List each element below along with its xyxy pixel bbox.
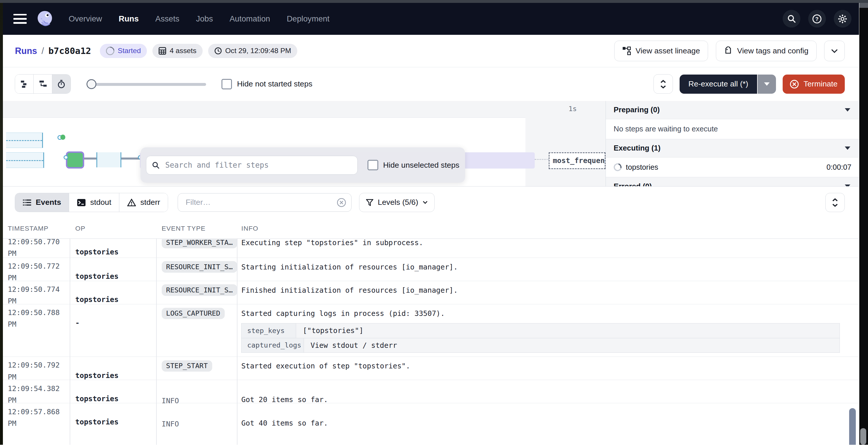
gantt-future-region <box>525 117 606 186</box>
nav-item-deployment[interactable]: Deployment <box>287 14 330 24</box>
nav-item-runs[interactable]: Runs <box>119 14 139 24</box>
gantt-step-not-started[interactable] <box>6 133 43 148</box>
chevron-down-icon <box>831 49 838 53</box>
status-spinner-icon <box>104 45 116 57</box>
log-scroll-buttons[interactable] <box>825 193 845 212</box>
col-timestamp: TIMESTAMP <box>3 225 70 232</box>
grid-icon <box>158 47 166 55</box>
dagster-logo-icon[interactable] <box>35 9 54 28</box>
run-id: b7c80a12 <box>49 46 91 56</box>
nav-item-assets[interactable]: Assets <box>155 14 179 24</box>
warning-icon <box>127 199 136 207</box>
run-header-actions: View asset lineage View tags and config <box>614 41 845 61</box>
svg-text:?: ? <box>815 16 819 22</box>
view-asset-lineage-button[interactable]: View asset lineage <box>614 41 708 61</box>
view-mode-waterfall-button[interactable] <box>34 74 52 93</box>
event-type-label: INFO <box>162 420 179 428</box>
header-more-actions-button[interactable] <box>824 41 845 61</box>
gantt-toolbar: Hide not started steps Re-execute all (*… <box>3 67 859 101</box>
gear-icon[interactable] <box>834 10 851 28</box>
step-search-input[interactable] <box>164 160 357 170</box>
nav-item-jobs[interactable]: Jobs <box>196 14 213 24</box>
funnel-icon <box>366 199 373 206</box>
scrollbar-thumb[interactable] <box>860 428 866 445</box>
caret-down-icon <box>845 108 850 111</box>
gantt-step-marker[interactable] <box>96 152 121 167</box>
gantt-step-topstories[interactable] <box>66 151 84 169</box>
reexecute-dropdown-button[interactable] <box>758 74 776 94</box>
window-top-edge <box>0 0 868 3</box>
events-table: TIMESTAMP OP EVENT TYPE INFO 12:09:50.77… <box>3 218 859 445</box>
window-scrollbar-track <box>859 0 868 445</box>
run-header: Runs / b7c80a12 Started 4 assets Oct 29,… <box>3 35 859 67</box>
terminal-icon <box>77 199 86 207</box>
event-row: 12:09:50.772PM topstories RESOURCE_INIT_… <box>3 258 859 281</box>
gantt-view-mode-group <box>15 74 71 94</box>
terminate-button[interactable]: Terminate <box>783 74 845 94</box>
event-row: 12:09:50.770PM topstories STEP_WORKER_ST… <box>3 239 859 258</box>
hide-not-started-checkbox[interactable]: Hide not started steps <box>221 79 312 90</box>
clear-filter-icon[interactable] <box>337 198 346 207</box>
view-mode-timer-button[interactable] <box>52 74 70 93</box>
nav-links: Overview Runs Assets Jobs Automation Dep… <box>68 14 330 24</box>
step-search-box[interactable] <box>146 156 358 175</box>
tab-stderr[interactable]: stderr <box>119 193 168 212</box>
panel-section-errored[interactable]: Errored (0) <box>606 177 859 186</box>
caret-down-icon <box>845 184 850 186</box>
nav-item-overview[interactable]: Overview <box>68 14 102 24</box>
gantt-search-overlay: Hide unselected steps <box>141 147 465 183</box>
nav-item-automation[interactable]: Automation <box>229 14 270 24</box>
dotted-connector <box>535 159 549 160</box>
slider-thumb[interactable] <box>87 79 96 89</box>
checkbox-box[interactable] <box>368 160 378 171</box>
expand-collapse-button[interactable] <box>653 74 673 94</box>
panel-section-executing[interactable]: Executing (1) <box>606 139 859 158</box>
event-type-badge: STEP_WORKER_STA… <box>162 239 237 248</box>
step-state-panel: Preparing (0) No steps are waiting to ex… <box>606 101 859 186</box>
breadcrumb-separator: / <box>41 46 44 56</box>
checkbox-box[interactable] <box>221 79 232 90</box>
log-tabs: Events stdout stderr <box>15 193 168 212</box>
event-type-badge: LOGS_CAPTURED <box>162 308 225 319</box>
reexecute-all-button[interactable]: Re-execute all (*) <box>680 74 757 94</box>
table-scrollbar-thumb[interactable] <box>849 408 856 445</box>
dagster-run-page: Overview Runs Assets Jobs Automation Dep… <box>0 0 868 445</box>
search-icon[interactable] <box>783 10 800 28</box>
event-type-badge: RESOURCE_INIT_S… <box>162 261 237 272</box>
gantt-step-not-started[interactable] <box>6 152 44 168</box>
view-tags-config-button[interactable]: View tags and config <box>716 41 817 61</box>
gantt-step-most-frequent[interactable]: most_frequent_w <box>549 152 606 169</box>
log-filter-input[interactable] <box>185 198 337 208</box>
breadcrumb-runs-link[interactable]: Runs <box>15 46 37 56</box>
help-icon[interactable]: ? <box>808 10 826 28</box>
step-spinner-icon <box>612 162 623 172</box>
panel-section-preparing[interactable]: Preparing (0) <box>606 101 859 119</box>
event-row: 12:09:54.382PM topstories INFO Got 20 it… <box>3 380 859 403</box>
run-actions: Re-execute all (*) Terminate <box>653 74 845 94</box>
view-mode-flat-button[interactable] <box>15 74 34 93</box>
terminate-icon <box>789 79 799 89</box>
event-row: 12:09:50.788PM - LOGS_CAPTURED Started c… <box>3 304 859 357</box>
events-table-header: TIMESTAMP OP EVENT TYPE INFO <box>3 218 859 239</box>
gantt-step-succeeded-dot[interactable] <box>60 135 65 140</box>
event-type-badge: STEP_START <box>162 360 212 372</box>
event-type-badge: RESOURCE_INIT_S… <box>162 284 237 296</box>
event-metadata-table: step_keys ["topstories"] captured_logs V… <box>241 323 840 353</box>
slider-track[interactable] <box>87 83 206 86</box>
executing-step-row[interactable]: topstories 0:00:07 <box>606 158 859 177</box>
chevron-down-icon <box>423 201 428 204</box>
tab-events[interactable]: Events <box>15 193 69 212</box>
levels-dropdown[interactable]: Levels (5/6) <box>359 193 435 212</box>
log-toolbar: Events stdout stderr Levels (5/6) <box>3 186 859 219</box>
timestamp-badge: Oct 29, 12:09:48 PM <box>208 44 297 58</box>
hide-unselected-checkbox[interactable]: Hide unselected steps <box>368 160 459 171</box>
tab-stdout[interactable]: stdout <box>69 193 119 212</box>
dependency-dot <box>64 155 68 160</box>
hamburger-menu-icon[interactable] <box>13 14 27 24</box>
view-stdout-stderr-link[interactable]: View stdout / stderr <box>304 338 404 353</box>
log-filter-box[interactable] <box>178 193 351 212</box>
events-table-rows: 12:09:50.770PM topstories STEP_WORKER_ST… <box>3 239 859 445</box>
nav-actions: ? <box>783 10 851 28</box>
caret-down-icon <box>845 146 850 150</box>
gantt-zoom-slider[interactable] <box>87 79 206 89</box>
